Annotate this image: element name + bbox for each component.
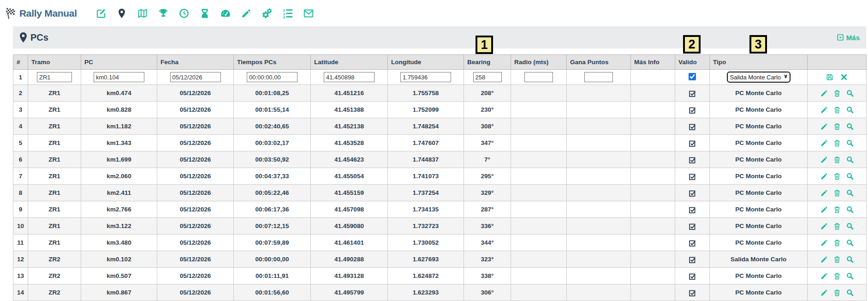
- cell-mas-info: [631, 251, 675, 268]
- cell-radio: [511, 118, 567, 135]
- radio-input[interactable]: [524, 72, 553, 82]
- delete-row-button[interactable]: [833, 255, 841, 264]
- cell-radio: [511, 102, 567, 118]
- map-icon[interactable]: [137, 8, 148, 19]
- cell-latitude: 41.457098: [311, 201, 388, 218]
- edit-row-button[interactable]: [820, 239, 828, 247]
- delete-row-button[interactable]: [833, 139, 841, 147]
- delete-row-button[interactable]: [833, 89, 841, 97]
- latitude-input[interactable]: [324, 72, 375, 82]
- longitude-input[interactable]: [400, 72, 451, 82]
- fecha-input[interactable]: [170, 72, 221, 82]
- top-navigation-bar: Rally Manual 123: [0, 0, 868, 26]
- cell-pc: km1.182: [81, 118, 157, 135]
- cell-longitude: 1.747607: [388, 135, 464, 151]
- cell-tiempos: 00:01:08,25: [234, 85, 311, 102]
- edit-row-button[interactable]: [820, 122, 828, 131]
- delete-row-button[interactable]: [833, 106, 841, 114]
- cancel-edit-button[interactable]: [840, 73, 848, 81]
- edit-row-button[interactable]: [820, 106, 828, 114]
- numbered-list-icon[interactable]: 123: [282, 8, 293, 19]
- delete-row-button[interactable]: [833, 239, 841, 247]
- cell-tipo: PC Monte Carlo: [710, 268, 808, 284]
- edit-row-button[interactable]: [820, 255, 828, 264]
- edit-row-button[interactable]: [820, 156, 828, 164]
- table-row: 11ZR1km3.48005/12/202600:07:59,8941.4614…: [13, 235, 867, 251]
- mail-icon[interactable]: [303, 8, 314, 19]
- edit-note-icon[interactable]: [95, 8, 107, 19]
- col-header-actions: [808, 55, 867, 70]
- pc-input[interactable]: [94, 72, 144, 82]
- cell-tramo: ZR2: [28, 251, 81, 268]
- caret-square-down-icon: [837, 34, 844, 41]
- checkbox-checked-icon: [689, 139, 696, 147]
- delete-row-button[interactable]: [833, 156, 841, 164]
- cell-latitude: 41.455159: [311, 185, 388, 201]
- table-header-row: # Tramo PC Fecha Tiempos PCs Latitude Lo…: [13, 55, 867, 70]
- delete-row-button[interactable]: [833, 172, 841, 181]
- tiempos-input[interactable]: [247, 72, 297, 82]
- edit-row-button[interactable]: [820, 139, 828, 147]
- edit-row-button[interactable]: [820, 189, 828, 197]
- view-row-button[interactable]: [846, 106, 854, 114]
- cell-mas-info: [631, 168, 675, 185]
- more-button[interactable]: Más: [837, 34, 860, 42]
- view-row-button[interactable]: [846, 172, 854, 181]
- delete-row-button[interactable]: [833, 289, 841, 297]
- clock-icon[interactable]: [178, 8, 190, 19]
- tramo-input[interactable]: [37, 72, 72, 82]
- view-row-button[interactable]: [846, 255, 854, 264]
- view-row-button[interactable]: [846, 289, 854, 297]
- tachometer-icon[interactable]: [220, 8, 231, 19]
- delete-row-button[interactable]: [833, 272, 841, 280]
- view-row-button[interactable]: [846, 89, 854, 97]
- annotation-marker-1: 1: [476, 36, 493, 54]
- valido-checkbox[interactable]: [689, 73, 696, 80]
- trophy-icon[interactable]: [158, 8, 169, 19]
- delete-row-button[interactable]: [833, 205, 841, 214]
- cell-pc: km1.343: [81, 135, 157, 151]
- hourglass-icon[interactable]: [199, 8, 210, 19]
- cell-actions: [808, 218, 867, 235]
- checkbox-checked-icon: [689, 256, 696, 263]
- annotation-marker-2: 2: [683, 35, 701, 54]
- view-row-button[interactable]: [846, 239, 854, 247]
- settings-gears-icon[interactable]: [262, 8, 273, 19]
- view-row-button[interactable]: [846, 139, 854, 147]
- cell-valido: [675, 201, 710, 218]
- edit-row-button[interactable]: [820, 289, 828, 297]
- cell-latitude: 41.495799: [311, 284, 388, 301]
- view-row-button[interactable]: [846, 222, 854, 230]
- delete-row-button[interactable]: [833, 222, 841, 230]
- view-row-button[interactable]: [846, 122, 854, 131]
- cell-pc: km1.699: [81, 151, 157, 168]
- map-marker-icon[interactable]: [116, 8, 127, 19]
- cell-tipo: PC Monte Carlo: [710, 85, 808, 102]
- view-row-button[interactable]: [846, 205, 854, 214]
- edit-row-button[interactable]: [820, 222, 828, 230]
- edit-row-button[interactable]: [820, 272, 828, 280]
- checkbox-checked-icon: [689, 106, 696, 114]
- edit-row-button[interactable]: [820, 205, 828, 214]
- tipo-select[interactable]: Salida Monte Carlo: [727, 72, 791, 83]
- table-row: 4ZR1km1.18205/12/202600:02:40,6541.45213…: [13, 118, 867, 135]
- cell-actions: [808, 102, 867, 118]
- view-row-button[interactable]: [846, 156, 854, 164]
- cell-valido: [675, 268, 710, 284]
- cell-radio: [511, 151, 567, 168]
- checkbox-checked-icon: [689, 90, 696, 97]
- cell-tramo: ZR1: [28, 85, 81, 102]
- table-row: 10ZR1km3.12205/12/202600:07:12,1541.4590…: [13, 218, 867, 235]
- save-row-button[interactable]: [826, 73, 834, 81]
- pencil-icon[interactable]: [241, 8, 252, 19]
- edit-row-button[interactable]: [820, 172, 828, 181]
- cell-num: 4: [13, 118, 28, 135]
- cell-tipo: PC Monte Carlo: [710, 185, 808, 201]
- bearing-input[interactable]: [473, 72, 502, 82]
- view-row-button[interactable]: [846, 189, 854, 197]
- view-row-button[interactable]: [846, 272, 854, 280]
- delete-row-button[interactable]: [833, 122, 841, 131]
- delete-row-button[interactable]: [833, 189, 841, 197]
- gana-puntos-input[interactable]: [584, 72, 613, 82]
- edit-row-button[interactable]: [820, 89, 828, 97]
